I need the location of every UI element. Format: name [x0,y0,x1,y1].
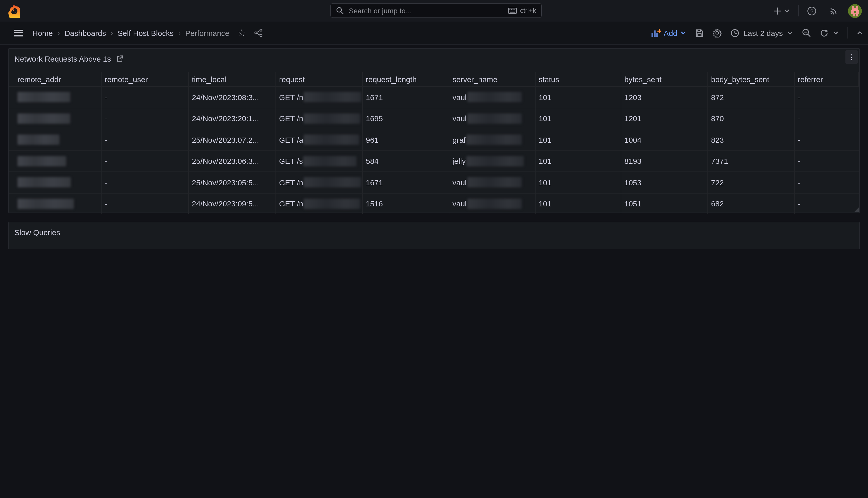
refresh-interval-chevron-icon[interactable] [832,30,839,36]
table-row: - 24/Nov/2023:20:1... GET /n 1695 vaul 1… [9,107,859,129]
table-header-row: remote_addr remote_user time_local reque… [9,73,859,86]
cell-server-name: graf [449,129,535,150]
col-header-bytes-sent[interactable]: bytes_sent [621,73,708,86]
redacted-value [304,114,361,124]
breadcrumb-current: Performance [185,28,229,37]
chart-legend: Name Max Mean Variance vault 5.29 s 1.92… [636,246,851,249]
cell-request-length: 961 [363,129,449,150]
panel-resize-handle[interactable] [854,207,859,212]
avatar-image [848,4,862,18]
grafana-logo[interactable] [7,3,21,18]
table-row: - 24/Nov/2023:09:5... GET /n 1516 vaul 1… [9,193,859,214]
plus-icon [774,7,781,15]
settings-gear-icon[interactable] [713,28,722,38]
search-bar[interactable]: ctrl+k [330,3,542,18]
zoom-out-icon[interactable] [802,28,811,38]
col-header-time-local[interactable]: time_local [189,73,276,86]
cell-request: GET /n [276,108,363,129]
cell-remote-addr [9,87,101,107]
breadcrumb-dashboards[interactable]: Dashboards [64,28,106,37]
save-dashboard-icon[interactable] [695,28,704,37]
legend-header-max[interactable]: Max [709,249,752,249]
menu-toggle-button[interactable] [14,29,23,36]
cell-remote-addr [9,108,101,129]
network-requests-panel: Network Requests Above 1s ⋮ remote_addr … [8,48,860,213]
network-requests-table: remote_addr remote_user time_local reque… [9,73,859,214]
cell-server-name: vaul [449,108,535,129]
add-button[interactable]: Add [651,28,687,37]
cell-remote-user: - [101,172,189,193]
cell-status: 101 [535,193,621,214]
clock-icon [731,28,740,37]
cell-remote-user: - [101,108,189,129]
cell-remote-user: - [101,129,189,150]
shortcut-label: ctrl+k [520,7,536,14]
new-button[interactable] [772,5,792,17]
redacted-value [466,135,522,145]
slow-queries-panel: Slow Queries 0 ms5 s10 s15 s20 s 11/23 1… [8,222,860,249]
redacted-value [467,178,521,188]
cell-remote-user: - [101,87,189,107]
cell-status: 101 [535,172,621,193]
redacted-value [467,92,521,102]
cell-body-bytes-sent: 823 [708,129,795,150]
cell-request-length: 1695 [363,108,449,129]
time-range-picker[interactable]: Last 2 days [731,28,793,37]
external-link-icon[interactable] [116,55,124,63]
legend-header-name[interactable]: Name [648,249,709,249]
legend-header-mean[interactable]: Mean [752,249,795,249]
search-shortcut: ctrl+k [507,7,536,14]
redacted-value [304,178,362,188]
cell-referrer: - [795,108,859,129]
breadcrumb-folder[interactable]: Self Host Blocks [118,28,174,37]
redacted-value [17,156,66,166]
share-icon[interactable] [254,28,263,38]
cell-bytes-sent: 8193 [621,151,708,171]
help-button[interactable]: ? [805,5,818,17]
rss-icon [829,6,838,15]
col-header-remote-user[interactable]: remote_user [101,73,189,86]
legend-header-variance[interactable]: Variance [795,249,849,249]
favorite-star-icon[interactable]: ☆ [238,28,246,38]
cell-bytes-sent: 1201 [621,108,708,129]
redacted-value [17,178,71,188]
toolbar-divider [847,27,848,39]
news-button[interactable] [827,5,840,17]
svg-text:?: ? [810,8,813,14]
col-header-server-name[interactable]: server_name [449,73,535,86]
cell-status: 101 [535,129,621,150]
col-header-remote-addr[interactable]: remote_addr [9,73,101,86]
cell-bytes-sent: 1053 [621,172,708,193]
user-avatar[interactable] [847,4,862,18]
cell-body-bytes-sent: 870 [708,108,795,129]
cell-remote-addr [9,151,101,171]
cell-body-bytes-sent: 722 [708,172,795,193]
refresh-icon[interactable] [820,28,828,37]
col-header-request[interactable]: request [276,73,363,86]
col-header-request-length[interactable]: request_length [363,73,449,86]
cell-bytes-sent: 1004 [621,129,708,150]
cell-referrer: - [795,193,859,214]
cell-remote-user: - [101,193,189,214]
redacted-value [467,114,521,124]
breadcrumb-home[interactable]: Home [32,28,53,37]
panel-menu-kebab-icon[interactable]: ⋮ [845,50,858,64]
col-header-referrer[interactable]: referrer [795,73,859,86]
col-header-body-bytes-sent[interactable]: body_bytes_sent [708,73,795,86]
chevron-down-icon [680,30,687,36]
redacted-value [304,92,362,102]
redacted-value [304,199,361,209]
help-icon: ? [807,6,816,16]
cell-body-bytes-sent: 872 [708,87,795,107]
cell-request-length: 1516 [363,193,449,214]
cell-remote-addr [9,172,101,193]
collapse-toolbar-icon[interactable] [857,30,863,36]
panel-title[interactable]: Slow Queries [14,228,60,237]
panel-title[interactable]: Network Requests Above 1s [14,54,111,63]
topbar-divider [798,5,799,16]
cell-server-name: vaul [449,87,535,107]
col-header-status[interactable]: status [535,73,621,86]
search-input[interactable] [348,6,507,15]
cell-request: GET /a [276,129,363,150]
cell-request: GET /n [276,193,363,214]
